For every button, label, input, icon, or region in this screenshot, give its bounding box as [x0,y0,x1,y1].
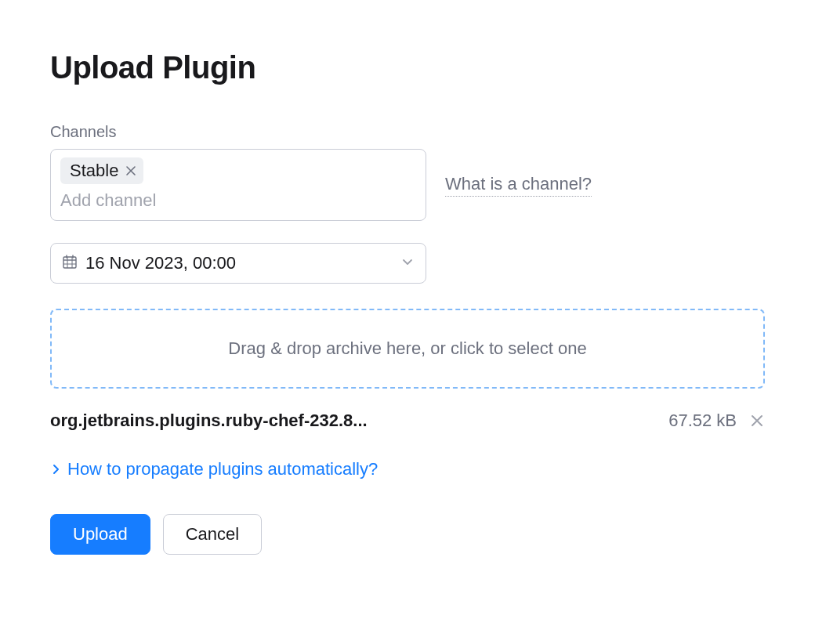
chevron-right-icon [50,459,61,479]
dropzone[interactable]: Drag & drop archive here, or click to se… [50,309,765,389]
channels-label: Channels [50,123,765,141]
close-icon[interactable] [749,413,765,429]
propagate-link-text: How to propagate plugins automatically? [67,459,378,479]
svg-rect-0 [63,257,76,268]
upload-button[interactable]: Upload [50,514,150,555]
file-name: org.jetbrains.plugins.ruby-chef-232.8... [50,411,656,431]
close-icon[interactable] [125,165,137,177]
channel-help-link[interactable]: What is a channel? [445,174,592,197]
page-title: Upload Plugin [50,50,765,85]
channel-tag-label: Stable [70,161,118,181]
file-size: 67.52 kB [668,411,737,431]
chevron-down-icon [400,255,415,272]
channel-input[interactable] [60,190,416,211]
date-picker[interactable]: 16 Nov 2023, 00:00 [50,243,426,284]
date-value: 16 Nov 2023, 00:00 [85,253,393,273]
dropzone-text: Drag & drop archive here, or click to se… [228,338,586,358]
propagate-help-link[interactable]: How to propagate plugins automatically? [50,459,765,479]
file-row: org.jetbrains.plugins.ruby-chef-232.8...… [50,411,765,431]
cancel-button[interactable]: Cancel [163,514,262,555]
calendar-icon [62,254,78,273]
channels-input-box[interactable]: Stable [50,149,426,221]
channel-tag: Stable [60,157,143,184]
